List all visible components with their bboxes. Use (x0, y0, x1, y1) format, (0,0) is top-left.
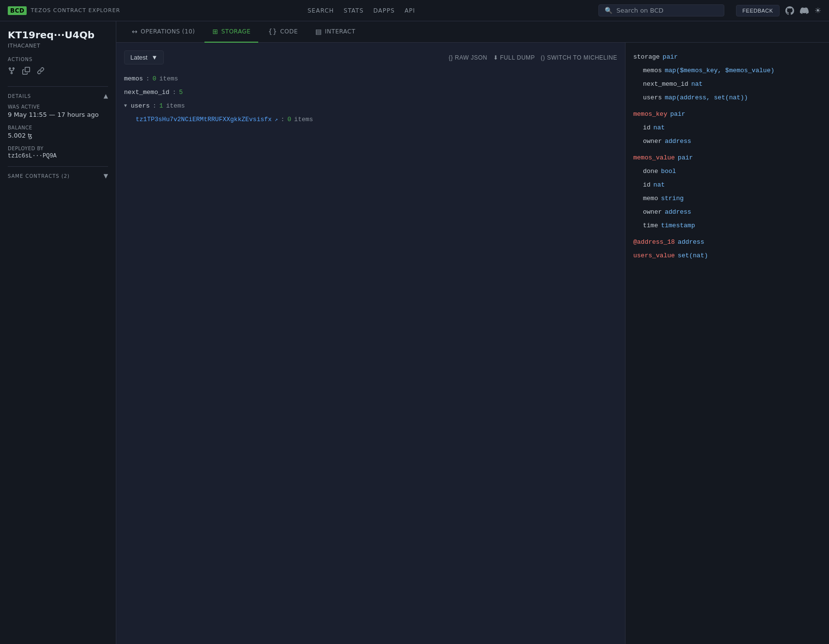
nav-stats[interactable]: STATS (344, 5, 363, 16)
search-placeholder: Search on BCD (616, 7, 663, 14)
schema-row-done: done bool (633, 165, 821, 178)
tab-interact-label: INTERACT (325, 28, 356, 35)
tree-row-users-address: tz1TP3sHu7v2NCiERMtRRUFXXgkkZEvsisfx ↗ :… (124, 113, 617, 126)
schema-row-address-18: @address_18 address (633, 236, 821, 249)
schema-panel: storage pair memos map($memos_key, $memo… (633, 50, 821, 263)
same-contracts-section-header[interactable]: SAME CONTRACTS (2) ▼ (8, 173, 108, 179)
full-dump-button[interactable]: ⬇ FULL DUMP (493, 54, 535, 61)
tab-interact[interactable]: ▤ INTERACT (308, 21, 363, 43)
storage-left: Latest ▼ {} RAW JSON ⬇ FULL DUMP () SWIT… (116, 43, 626, 644)
schema-memos-key-type: pair (670, 108, 685, 121)
discord-icon[interactable] (800, 6, 809, 15)
schema-memos-value-label: memos_value (633, 152, 675, 164)
toolbar-right: {} RAW JSON ⬇ FULL DUMP () SWITCH TO MIC… (449, 54, 617, 61)
share-icon[interactable] (37, 67, 45, 77)
schema-done-type: bool (661, 165, 676, 178)
details-label: DETAILS (8, 94, 31, 99)
was-active-label: WAS ACTIVE (8, 104, 108, 110)
topnav: BCD TEZOS CONTRACT EXPLORER SEARCH STATS… (0, 0, 829, 21)
schema-row-memos-value-label: memos_value pair (633, 151, 821, 165)
tab-operations[interactable]: ↔ OPERATIONS (10) (124, 21, 203, 43)
raw-json-button[interactable]: {} RAW JSON (449, 54, 487, 61)
balance-value: 5.002 ꜩ (8, 132, 108, 139)
nav-actions: FEEDBACK ☀ (736, 5, 821, 16)
schema-next-memo-id-key: next_memo_id (643, 78, 688, 91)
tree-users-suffix: items (166, 100, 185, 112)
tree-memos-key: memos (124, 73, 143, 85)
tree-row-users: ▼ users : 1 items (124, 99, 617, 113)
schema-time-type: timestamp (661, 220, 695, 232)
schema-row-next-memo-id: next_memo_id nat (633, 78, 821, 91)
was-active-value: 9 May 11:55 — 17 hours ago (8, 111, 108, 118)
schema-owner-key: owner (643, 135, 662, 148)
nav-search[interactable]: SEARCH (308, 5, 334, 16)
schema-memos-key: memos (643, 64, 662, 77)
copy-icon[interactable] (22, 67, 30, 77)
nav-api[interactable]: API (405, 5, 415, 16)
same-contracts-label: SAME CONTRACTS (2) (8, 173, 70, 179)
deployed-by-label: DEPLOYED BY (8, 146, 108, 151)
schema-owner2-key: owner (643, 206, 662, 219)
content-area: ↔ OPERATIONS (10) ⊞ STORAGE {} CODE ▤ IN… (116, 21, 829, 644)
tab-code-label: CODE (280, 28, 298, 35)
schema-users-key: users (643, 92, 662, 104)
storage-right: storage pair memos map($memos_key, $memo… (626, 43, 829, 644)
schema-users-map: map(address, set(nat)) (665, 92, 748, 104)
schema-row-id: id nat (633, 121, 821, 135)
schema-row-memo: memo string (633, 192, 821, 205)
deployed-by-row: DEPLOYED BY tz1c6sL···PQ9A (8, 146, 108, 159)
tree-address-value[interactable]: tz1TP3sHu7v2NCiERMtRRUFXXgkkZEvsisfx (136, 113, 272, 126)
schema-owner-type: address (665, 135, 691, 148)
schema-row-owner2: owner address (633, 205, 821, 219)
fork-icon[interactable] (8, 67, 16, 77)
schema-time-key: time (643, 220, 658, 232)
feedback-button[interactable]: FEEDBACK (736, 5, 779, 16)
tab-operations-label: OPERATIONS (10) (141, 28, 195, 35)
schema-done-key: done (643, 165, 658, 178)
details-section-header[interactable]: DETAILS ▲ (8, 93, 108, 99)
deployed-by-value[interactable]: tz1c6sL···PQ9A (8, 153, 108, 159)
tab-storage[interactable]: ⊞ STORAGE (204, 21, 258, 43)
search-bar[interactable]: 🔍 Search on BCD (598, 4, 724, 16)
contract-network: ITHACANET (8, 43, 108, 49)
tree-next-memo-id-key: next_memo_id (124, 86, 170, 99)
version-dropdown[interactable]: Latest ▼ (124, 50, 164, 64)
external-link-icon[interactable]: ↗ (275, 114, 278, 125)
switch-micheline-button[interactable]: () SWITCH TO MICHELINE (541, 54, 617, 61)
schema-memos-key-label: memos_key (633, 108, 667, 121)
schema-row-id2: id nat (633, 178, 821, 192)
tab-storage-label: STORAGE (221, 28, 251, 35)
github-icon[interactable] (785, 6, 794, 15)
tree-row-memos: memos : 0 items (124, 72, 617, 86)
main-layout: KT19req···U4Qb ITHACANET ACTIONS DETAILS… (0, 21, 829, 644)
schema-row-users: users map(address, set(nat)) (633, 91, 821, 105)
schema-users-value-type: set(nat) (678, 250, 708, 262)
logo-subtitle: TEZOS CONTRACT EXPLORER (31, 7, 120, 14)
schema-row-owner: owner address (633, 135, 821, 148)
schema-memo-key: memo (643, 192, 658, 205)
schema-users-value-key: users_value (633, 250, 675, 262)
schema-row-memos: memos map($memos_key, $memos_value) (633, 64, 821, 78)
schema-row-time: time timestamp (633, 219, 821, 233)
tab-bar: ↔ OPERATIONS (10) ⊞ STORAGE {} CODE ▤ IN… (116, 21, 829, 43)
schema-address-18-type: address (678, 236, 704, 249)
dropdown-value: Latest (130, 54, 147, 61)
schema-memos-value-type: pair (678, 152, 693, 164)
tab-code[interactable]: {} CODE (260, 21, 305, 43)
balance-label: BALANCE (8, 125, 108, 130)
contract-title: KT19req···U4Qb (8, 29, 108, 41)
storage-content: Latest ▼ {} RAW JSON ⬇ FULL DUMP () SWIT… (116, 43, 829, 644)
storage-tree: memos : 0 items next_memo_id : 5 ▼ use (124, 72, 617, 126)
tree-next-memo-id-value: 5 (179, 86, 183, 99)
theme-toggle-icon[interactable]: ☀ (814, 6, 821, 15)
balance-row: BALANCE 5.002 ꜩ (8, 125, 108, 139)
tree-users-chevron-icon[interactable]: ▼ (124, 101, 127, 111)
schema-storage-type: pair (663, 51, 678, 63)
interact-icon: ▤ (315, 28, 322, 35)
schema-owner2-type: address (665, 206, 691, 219)
schema-address-18-key: @address_18 (633, 236, 675, 249)
search-icon: 🔍 (605, 7, 612, 14)
tree-memos-count: 0 (153, 73, 156, 85)
schema-id-type: nat (654, 122, 665, 134)
nav-dapps[interactable]: DAPPS (374, 5, 395, 16)
